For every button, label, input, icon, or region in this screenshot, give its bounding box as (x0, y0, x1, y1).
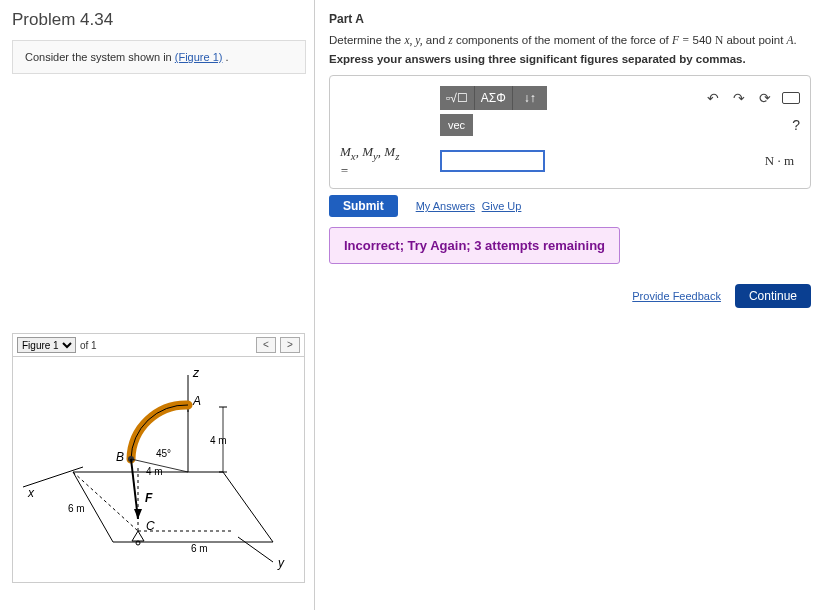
dim-4m-b: 4 m (146, 466, 163, 477)
figure-next-button[interactable]: > (280, 337, 300, 353)
point-c-label: C (146, 519, 155, 533)
dim-6m-b: 6 m (191, 543, 208, 554)
undo-button[interactable]: ↶ (704, 90, 722, 106)
axis-y-label: y (277, 556, 285, 570)
svg-line-4 (73, 472, 138, 531)
point-b-label: B (116, 450, 124, 464)
problem-statement: Consider the system shown in (Figure 1) … (12, 40, 306, 74)
redo-button[interactable]: ↷ (730, 90, 748, 106)
give-up-link[interactable]: Give Up (482, 200, 522, 212)
greek-button[interactable]: ΑΣΦ (475, 86, 513, 110)
svg-marker-3 (73, 472, 273, 542)
point-a-label: A (192, 394, 201, 408)
axis-z-label: z (192, 366, 200, 380)
answer-box: ▫√☐ ΑΣΦ ↓↑ ↶ ↷ ⟳ vec ? Mx, My, Mz= (329, 75, 811, 189)
help-button[interactable]: ? (792, 117, 800, 133)
axis-x-label: x (27, 486, 35, 500)
my-answers-link[interactable]: My Answers (416, 200, 475, 212)
provide-feedback-link[interactable]: Provide Feedback (632, 290, 721, 302)
angle-label: 45° (156, 448, 171, 459)
figure-select[interactable]: Figure 1 (17, 337, 76, 353)
answer-input[interactable] (440, 150, 545, 172)
templates-button[interactable]: ▫√☐ (440, 86, 475, 110)
figure-panel: Figure 1 of 1 < > z x y (12, 333, 305, 583)
part-a-instruction: Express your answers using three signifi… (329, 53, 811, 65)
svg-line-2 (238, 537, 273, 562)
continue-button[interactable]: Continue (735, 284, 811, 308)
svg-marker-15 (134, 509, 142, 519)
force-f-label: F (145, 491, 153, 505)
formula-toolbar: ▫√☐ ΑΣΦ ↓↑ ↶ ↷ ⟳ (440, 86, 800, 110)
figure-prev-button[interactable]: < (256, 337, 276, 353)
subscript-button[interactable]: ↓↑ (513, 86, 547, 110)
feedback-message: Incorrect; Try Again; 3 attempts remaini… (329, 227, 620, 264)
figure-count: of 1 (80, 340, 97, 351)
statement-suffix: . (222, 51, 228, 63)
figure-link[interactable]: (Figure 1) (175, 51, 223, 63)
answer-label: Mx, My, Mz= (340, 144, 432, 178)
problem-title: Problem 4.34 (12, 10, 306, 30)
dim-4m-a: 4 m (210, 435, 227, 446)
reset-button[interactable]: ⟳ (756, 90, 774, 106)
figure-header: Figure 1 of 1 < > (13, 334, 304, 357)
dim-6m-a: 6 m (68, 503, 85, 514)
vec-button[interactable]: vec (440, 114, 473, 136)
svg-line-1 (23, 467, 83, 487)
part-a-prompt: Determine the x, y, and z components of … (329, 32, 811, 49)
part-a-heading: Part A (329, 12, 811, 26)
figure-svg: z x y 4 m (13, 357, 306, 582)
svg-marker-16 (132, 531, 144, 541)
statement-prefix: Consider the system shown in (25, 51, 175, 63)
submit-button[interactable]: Submit (329, 195, 398, 217)
keyboard-icon[interactable] (782, 92, 800, 104)
answer-units: N · m (765, 153, 800, 169)
figure-body: z x y 4 m (13, 357, 304, 582)
